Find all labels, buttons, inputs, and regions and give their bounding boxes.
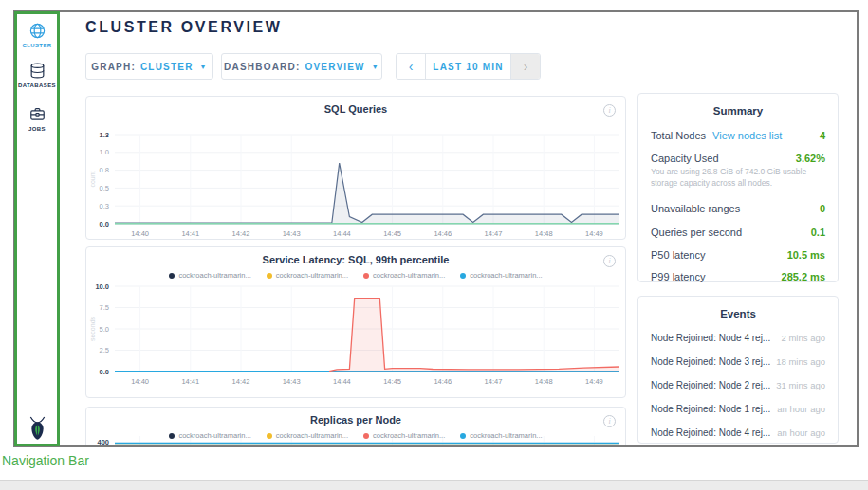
sidebar-item-cluster[interactable]: CLUSTER (15, 22, 59, 48)
legend-dot-icon (460, 433, 466, 439)
chart-title: Replicas per Node (86, 414, 625, 426)
summary-row-qps: Queries per second 0.1 (651, 227, 825, 238)
legend-dot-icon (460, 273, 466, 279)
view-nodes-link[interactable]: View nodes list (712, 130, 782, 141)
summary-label: Queries per second (651, 227, 742, 238)
legend-item[interactable]: cockroach-ultramarin... (460, 431, 542, 440)
graph-dropdown[interactable]: GRAPH: CLUSTER ▼ (85, 53, 213, 80)
summary-label: P50 latency (651, 249, 705, 261)
legend-item[interactable]: cockroach-ultramarin... (363, 271, 445, 280)
summary-row-unavailable-ranges: Unavailable ranges 0 (651, 203, 825, 214)
legend-item[interactable]: cockroach-ultramarin... (363, 431, 445, 440)
svg-text:seconds: seconds (89, 316, 96, 341)
event-time: an hour ago (771, 404, 825, 414)
graph-dropdown-label: GRAPH: (91, 62, 136, 72)
main-content: CLUSTER OVERVIEW GRAPH: CLUSTER ▼ DASHBO… (59, 12, 857, 445)
svg-text:14:43: 14:43 (283, 229, 301, 238)
chart-svg: 10.07.55.02.50.014:4014:4114:4214:4314:4… (86, 247, 625, 397)
svg-text:14:49: 14:49 (585, 229, 603, 238)
svg-text:0.0: 0.0 (100, 220, 109, 228)
time-range-prev-button[interactable]: ‹ (397, 54, 426, 79)
dashboard-dropdown[interactable]: DASHBOARD: OVERVIEW ▼ (221, 53, 382, 80)
summary-panel: Summary Total Nodes View nodes list 4 Ca… (637, 93, 839, 282)
dashboard-dropdown-value: OVERVIEW (305, 62, 364, 72)
svg-text:14:46: 14:46 (434, 377, 452, 386)
legend-item[interactable]: cockroach-ultramarin... (267, 271, 348, 280)
event-row: Node Rejoined: Node 4 rej... an hour ago (651, 427, 825, 438)
navigation-bar: CLUSTER DATABASES JOBS (15, 12, 59, 445)
svg-text:14:47: 14:47 (485, 377, 503, 386)
legend-item[interactable]: cockroach-ultramarin... (169, 271, 250, 280)
summary-row-capacity: Capacity Used 3.62% You are using 26.8 G… (651, 153, 825, 190)
svg-text:count: count (89, 171, 96, 187)
cockroachdb-logo (15, 416, 59, 441)
svg-text:0.5: 0.5 (100, 184, 109, 192)
svg-text:14:45: 14:45 (383, 377, 401, 386)
summary-value: 3.62% (790, 153, 825, 164)
chart-legend: cockroach-ultramarin...cockroach-ultrama… (86, 431, 625, 440)
summary-title: Summary (651, 105, 825, 117)
chart-title: SQL Queries (86, 103, 625, 115)
chart-legend: cockroach-ultramarin...cockroach-ultrama… (86, 271, 625, 280)
legend-dot-icon (169, 433, 175, 439)
summary-label: P99 latency (651, 271, 705, 282)
svg-text:14:49: 14:49 (585, 377, 603, 386)
summary-row-total-nodes: Total Nodes View nodes list 4 (651, 130, 825, 141)
legend-item[interactable]: cockroach-ultramarin... (169, 431, 250, 440)
summary-description: You are using 26.8 GiB of 742.0 GiB usab… (651, 167, 825, 190)
right-column: Summary Total Nodes View nodes list 4 Ca… (637, 93, 839, 444)
summary-value: 0 (814, 203, 825, 214)
time-range-selector: ‹ LAST 10 MIN › (396, 53, 541, 80)
info-icon[interactable]: i (603, 255, 616, 267)
event-text: Node Rejoined: Node 3 rej... (651, 356, 770, 367)
event-row: Node Rejoined: Node 2 rej... 31 mins ago (651, 380, 825, 390)
info-icon[interactable]: i (603, 104, 616, 117)
info-icon[interactable]: i (603, 415, 616, 427)
legend-dot-icon (363, 273, 369, 279)
event-row: Node Rejoined: Node 3 rej... 18 mins ago (651, 356, 825, 367)
app-window: CLUSTER DATABASES JOBS (13, 10, 859, 447)
svg-text:14:42: 14:42 (232, 377, 250, 386)
legend-item[interactable]: cockroach-ultramarin... (460, 271, 542, 280)
chevron-down-icon: ▼ (200, 64, 208, 70)
chart-sql-queries: SQL Queries i 1.31.00.80.50.30.014:4014:… (85, 96, 626, 240)
legend-dot-icon (363, 433, 369, 439)
svg-text:14:48: 14:48 (535, 377, 553, 386)
time-range-next-button[interactable]: › (510, 54, 540, 79)
svg-text:14:44: 14:44 (333, 229, 351, 238)
time-range-label[interactable]: LAST 10 MIN (426, 54, 510, 79)
summary-label: Unavailable ranges (651, 203, 740, 214)
graph-dropdown-value: CLUSTER (140, 62, 194, 72)
annotation-label: Navigation Bar (2, 453, 89, 468)
summary-row-p99: P99 latency 285.2 ms (651, 271, 825, 282)
chart-title: Service Latency: SQL, 99th percentile (86, 254, 625, 265)
event-text: Node Rejoined: Node 2 rej... (651, 380, 770, 390)
dashboard-dropdown-label: DASHBOARD: (224, 62, 300, 72)
svg-text:0.3: 0.3 (100, 202, 109, 210)
svg-text:14:43: 14:43 (283, 377, 301, 386)
summary-value: 0.1 (805, 227, 825, 238)
event-text: Node Rejoined: Node 4 rej... (651, 427, 770, 438)
event-row: Node Rejoined: Node 1 rej... an hour ago (651, 404, 825, 414)
chart-plot: 1.31.00.80.50.30.014:4014:4114:4214:4314… (86, 97, 625, 239)
legend-item[interactable]: cockroach-ultramarin... (267, 431, 348, 440)
charts-column: SQL Queries i 1.31.00.80.50.30.014:4014:… (85, 96, 626, 447)
svg-text:14:46: 14:46 (434, 229, 452, 238)
summary-row-p50: P50 latency 10.5 ms (651, 249, 825, 261)
event-text: Node Rejoined: Node 1 rej... (651, 404, 770, 414)
svg-text:5.0: 5.0 (100, 325, 109, 334)
legend-dot-icon (267, 433, 272, 439)
chevron-down-icon: ▼ (372, 64, 379, 70)
sidebar-item-label: CLUSTER (22, 43, 51, 48)
summary-value: 4 (814, 130, 825, 141)
svg-text:14:40: 14:40 (131, 377, 149, 386)
sidebar-item-jobs[interactable]: JOBS (15, 105, 59, 132)
summary-value: 10.5 ms (782, 249, 825, 261)
cluster-globe-icon (28, 22, 46, 40)
sidebar-item-databases[interactable]: DATABASES (15, 62, 59, 88)
svg-text:14:44: 14:44 (333, 377, 351, 386)
jobs-briefcase-icon (28, 105, 46, 123)
svg-text:7.5: 7.5 (100, 303, 109, 312)
event-time: 18 mins ago (770, 356, 825, 367)
event-time: 31 mins ago (770, 380, 825, 390)
